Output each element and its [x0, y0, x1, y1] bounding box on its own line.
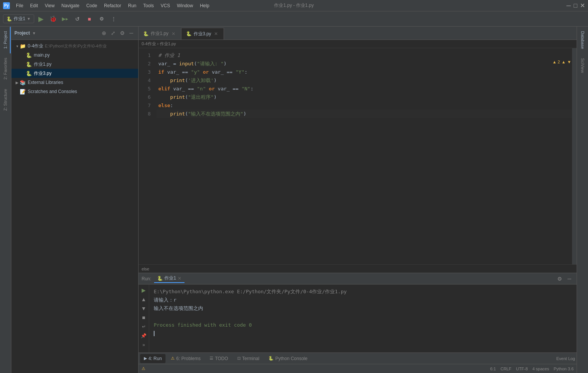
status-indent[interactable]: 4 spaces — [532, 367, 549, 371]
menu-file[interactable]: File — [13, 2, 26, 9]
wrap-button[interactable]: ↵ — [140, 322, 148, 331]
status-python[interactable]: Python 3.6 — [553, 367, 574, 371]
root-label: 0-4作业 — [28, 43, 43, 49]
maximize-button[interactable]: □ — [573, 3, 578, 8]
toolbar: 🐍 作业1 ▼ ▶ 🐞 ▶▸ ↺ ■ ⚙ ⋮ — [0, 11, 588, 27]
run-cursor-line — [154, 329, 572, 338]
run-tab-hw1[interactable]: 🐍 作业1 ✕ — [154, 274, 184, 283]
menu-view[interactable]: View — [42, 2, 58, 9]
menu-vcs[interactable]: VCS — [158, 2, 173, 9]
menu-refactor[interactable]: Refactor — [101, 2, 124, 9]
tab-hw3[interactable]: 🐍 作业3.py ✕ — [181, 28, 224, 40]
breadcrumb-text: 0-4作业 › 作业1.py — [142, 41, 176, 47]
run-settings-icon[interactable]: ⚙ — [555, 275, 564, 283]
status-line-ending[interactable]: CRLF — [500, 367, 511, 371]
sidebar-item-project[interactable]: 1: Project — [1, 27, 11, 53]
tree-toggle[interactable]: ▾ — [14, 44, 20, 48]
stop-ctrl-button[interactable]: ■ — [140, 313, 148, 322]
run-minimize-icon[interactable]: ─ — [565, 275, 574, 283]
project-header: Project ▼ ⊕ ⤢ ⚙ ─ — [11, 27, 138, 40]
bottom-tab-problems[interactable]: ⚠ 6: Problems — [167, 354, 204, 363]
tree-item-main[interactable]: 🐍 main.py — [11, 51, 138, 60]
close-button[interactable]: ✕ — [580, 3, 585, 8]
menu-run[interactable]: Run — [125, 2, 139, 9]
stop-button[interactable]: ■ — [84, 14, 95, 24]
run-panel-header: Run: 🐍 作业1 ✕ ⚙ ─ — [139, 273, 577, 284]
warning-down-arrow[interactable]: ▼ — [567, 60, 571, 64]
bottom-tab-run[interactable]: ▶ 4: Run — [140, 354, 166, 363]
code-editor[interactable]: # 作业 1 var_ = input("请输入: ") if var_ == … — [154, 48, 572, 264]
rerun-ctrl-button[interactable]: ▶ — [140, 286, 148, 294]
pin-button[interactable]: 📌 — [140, 332, 148, 340]
run-command-line: E:\Python\Python\python.exe E:/Python/文件… — [154, 288, 572, 296]
window-title: 作业1.py - 作业1.py — [274, 2, 314, 9]
status-encoding[interactable]: UTF-8 — [516, 367, 528, 371]
tab-close-hw1[interactable]: ✕ — [170, 31, 177, 37]
warning-count: ▲ 2 — [552, 60, 560, 64]
tab-hw3-label: 作业3.py — [194, 31, 211, 37]
tab-hw1[interactable]: 🐍 作业1.py ✕ — [139, 28, 181, 40]
settings-button[interactable]: ⋮ — [109, 14, 119, 24]
scope-icon[interactable]: ⊕ — [100, 29, 108, 37]
menu-code[interactable]: Code — [83, 2, 100, 9]
bottom-tabs: ▶ 4: Run ⚠ 6: Problems ☰ TODO ⊡ Terminal… — [139, 352, 577, 364]
editor-scrollbar[interactable] — [572, 48, 577, 264]
warning-up-arrow[interactable]: ▲ — [561, 60, 566, 64]
menu-edit[interactable]: Edit — [27, 2, 41, 9]
folder-icon: 📁 — [20, 43, 26, 49]
hw1-label: 作业1.py — [34, 61, 52, 68]
minimize-button[interactable]: ─ — [566, 3, 571, 8]
bottom-tab-run-label: 4: Run — [148, 356, 162, 361]
run-with-coverage-button[interactable]: ▶▸ — [60, 14, 71, 24]
bottom-tab-terminal-label: Terminal — [242, 356, 259, 361]
menu-tools[interactable]: Tools — [140, 2, 157, 9]
more-button[interactable]: » — [140, 341, 148, 349]
settings-icon[interactable]: ⚙ — [118, 29, 126, 37]
tab-file-icon: 🐍 — [186, 31, 192, 36]
main-content: 1: Project 2: Favorites Z: Structure Pro… — [0, 27, 588, 373]
editor-content[interactable]: 1 2 3 4 5 6 7 8 # 作业 1 var_ = input("请输入… — [139, 48, 577, 264]
tree-toggle[interactable]: ▶ — [14, 81, 20, 85]
build-button[interactable]: ⚙ — [96, 14, 107, 24]
run-panel: Run: 🐍 作业1 ✕ ⚙ ─ ▶ ▲ ▼ ■ ↵ 📌 — [139, 273, 577, 352]
menu-navigate[interactable]: Navigate — [58, 2, 82, 9]
menu-help[interactable]: Help — [197, 2, 213, 9]
menu-window[interactable]: Window — [174, 2, 196, 9]
run-button[interactable]: ▶ — [36, 14, 46, 24]
tree-item-scratches[interactable]: 📝 Scratches and Consoles — [11, 87, 138, 96]
status-warning[interactable]: ⚠ — [142, 366, 147, 371]
sidebar-item-structure[interactable]: Z: Structure — [1, 84, 11, 115]
event-log-link[interactable]: Event Log — [556, 356, 575, 361]
tab-close-hw3[interactable]: ✕ — [213, 31, 219, 37]
sidebar-item-favorites[interactable]: 2: Favorites — [1, 53, 11, 84]
hide-icon[interactable]: ─ — [128, 29, 135, 37]
run-config-selector[interactable]: 🐍 作业1 ▼ — [3, 14, 34, 23]
code-line-2: var_ = input("请输入: ") — [157, 60, 572, 68]
debug-button[interactable]: 🐞 — [48, 14, 58, 24]
code-line-7: else: — [157, 101, 572, 110]
bottom-tab-todo[interactable]: ☰ TODO — [206, 354, 232, 363]
right-tab-database[interactable]: Database — [578, 27, 587, 54]
tree-root[interactable]: ▾ 📁 0-4作业 E:\Python\文件夹\Py文件\0-4作业 — [11, 41, 138, 51]
rerun-button[interactable]: ↺ — [72, 14, 83, 24]
bottom-tab-problems-label: 6: Problems — [176, 356, 200, 361]
expand-all-icon[interactable]: ⤢ — [109, 29, 117, 37]
bottom-tab-python-console[interactable]: 🐍 Python Console — [265, 354, 311, 363]
window-controls[interactable]: ─ □ ✕ — [566, 3, 585, 8]
code-line-4: print('进入卸载') — [157, 76, 572, 85]
scroll-up-button[interactable]: ▲ — [140, 295, 148, 303]
tree-item-externals[interactable]: ▶ 📚 External Libraries — [11, 78, 138, 87]
status-position[interactable]: 6:1 — [490, 367, 496, 371]
warning-indicator[interactable]: ▲ 2 ▲ ▼ — [552, 60, 571, 64]
scroll-down-button[interactable]: ▼ — [140, 304, 148, 313]
project-header-icons: ⊕ ⤢ ⚙ ─ — [100, 29, 135, 37]
right-tab-sciview[interactable]: SciView — [578, 54, 587, 77]
tree-item-hw1[interactable]: 🐍 作业1.py — [11, 60, 138, 69]
bottom-tab-terminal[interactable]: ⊡ Terminal — [233, 354, 263, 363]
tree-item-hw3[interactable]: 🐍 作业3.py — [11, 69, 138, 78]
project-tree: ▾ 📁 0-4作业 E:\Python\文件夹\Py文件\0-4作业 🐍 mai… — [11, 40, 138, 373]
run-tab-icon: ▶ — [144, 356, 147, 361]
run-input-prompt: 请输入：r — [154, 296, 572, 304]
run-tab-close[interactable]: ✕ — [178, 276, 181, 281]
run-output-line1: 输入不在选项范围之内 — [154, 304, 572, 313]
